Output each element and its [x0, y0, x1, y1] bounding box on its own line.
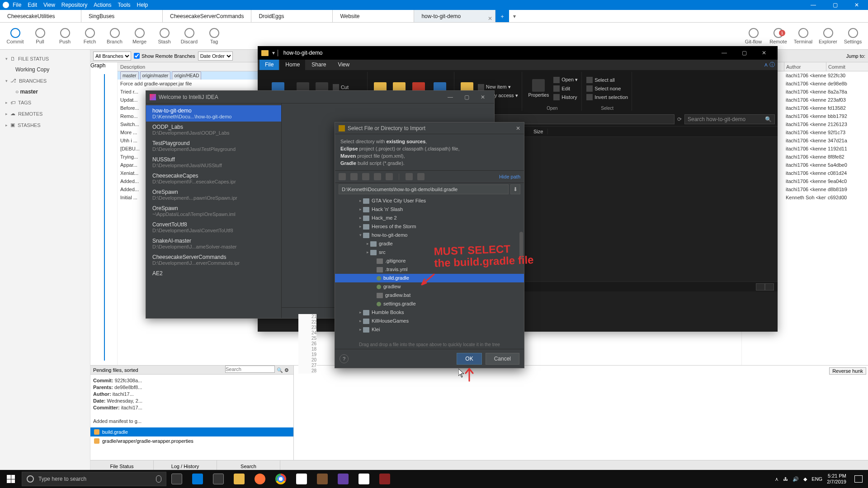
- menu-repository[interactable]: Repository: [61, 2, 87, 8]
- tree-node[interactable]: ▸Humble Books: [335, 308, 524, 317]
- file-item[interactable]: build.gradle: [90, 427, 293, 436]
- cut-button[interactable]: Cut: [333, 84, 363, 91]
- project-icon[interactable]: [362, 173, 369, 180]
- tree-node[interactable]: .gitignore: [335, 257, 524, 265]
- sidebar-filestatus[interactable]: ▾🗋 FILE STATUS: [0, 53, 90, 64]
- menu-help[interactable]: Help: [137, 2, 148, 8]
- tab-file[interactable]: File: [259, 60, 279, 70]
- tab-how-to-git-demo[interactable]: how-to-git-demo✕: [414, 10, 495, 22]
- explorer-button[interactable]: Explorer: [816, 28, 840, 44]
- history-button[interactable]: History: [553, 94, 578, 101]
- help-button[interactable]: ?: [340, 354, 349, 363]
- newitem-button[interactable]: New item ▾: [478, 84, 518, 91]
- stash-button[interactable]: Stash: [152, 28, 177, 44]
- lang-indicator[interactable]: ENG: [811, 476, 822, 482]
- close-button[interactable]: ✕: [516, 125, 520, 131]
- icons-view[interactable]: [765, 283, 774, 291]
- discard-button[interactable]: Discard: [177, 28, 202, 44]
- desktop-icon[interactable]: [350, 173, 358, 180]
- menu-edit[interactable]: Edit: [28, 2, 37, 8]
- maps-icon[interactable]: [354, 470, 374, 488]
- tree-node[interactable]: ▸KillHouseGames: [335, 317, 524, 325]
- order-filter[interactable]: Date Order: [198, 52, 233, 61]
- chrome-icon[interactable]: [270, 470, 291, 488]
- clock[interactable]: 5:21 PM 2/7/2019: [827, 473, 846, 485]
- recent-project[interactable]: ConvertToUtf8D:\Development\Java\Convert…: [146, 219, 281, 235]
- col-size[interactable]: Size: [529, 129, 548, 134]
- minimize-button[interactable]: —: [443, 94, 458, 100]
- app-icon[interactable]: [374, 470, 395, 488]
- intellij-titlebar[interactable]: Welcome to IntelliJ IDEA —▢✕: [146, 91, 494, 103]
- notion-icon[interactable]: [291, 470, 312, 488]
- file-item[interactable]: gradle/wrapper/gradle-wrapper.properties: [90, 436, 293, 446]
- newfolder-icon[interactable]: [374, 173, 381, 180]
- terminal-button[interactable]: Terminal: [791, 28, 816, 44]
- tab-home[interactable]: Home: [280, 60, 305, 70]
- changed-files[interactable]: build.gradlegradle/wrapper/gradle-wrappe…: [90, 427, 293, 460]
- home-icon[interactable]: [339, 173, 346, 180]
- close-icon[interactable]: ✕: [488, 12, 492, 25]
- recent-projects[interactable]: how-to-git-demoD:\Kenneth\Docu...\how-to…: [146, 103, 282, 318]
- edit-button[interactable]: Edit: [553, 85, 578, 92]
- tree-node[interactable]: ▸gradle: [335, 239, 524, 248]
- tab-CheesecakeServerCommands[interactable]: CheesecakeServerCommands: [163, 10, 251, 22]
- menu-view[interactable]: View: [43, 2, 55, 8]
- tree-node[interactable]: .travis.yml: [335, 265, 524, 274]
- ok-button[interactable]: OK: [457, 353, 481, 365]
- tree-node[interactable]: ▸Heroes of the Storm: [335, 222, 524, 231]
- branch-button[interactable]: Branch: [102, 28, 127, 44]
- volume-icon[interactable]: 🔊: [793, 476, 799, 482]
- new-tab-button[interactable]: ＋: [495, 10, 509, 22]
- close-button[interactable]: ✕: [848, 2, 865, 8]
- minimize-button[interactable]: —: [714, 46, 734, 60]
- hide-path-link[interactable]: Hide path: [499, 174, 520, 179]
- tag-button[interactable]: Tag: [202, 28, 226, 44]
- maximize-button[interactable]: ▢: [734, 46, 754, 60]
- notification-center[interactable]: [849, 470, 868, 488]
- delete-icon[interactable]: [386, 173, 393, 180]
- sidebar-tags[interactable]: ▸🏷 TAGS: [0, 97, 90, 108]
- store-icon[interactable]: [208, 470, 229, 488]
- recent-project[interactable]: NUSStuffD:\Development\Java\NUSStuff: [146, 154, 281, 170]
- tree-node[interactable]: ▸Hack 'n' Slash: [335, 205, 524, 214]
- recent-project[interactable]: CheesecakeServerCommandsD:\Development\J…: [146, 252, 281, 268]
- reverse-hunk-button[interactable]: Reverse hunk: [829, 367, 866, 375]
- details-view[interactable]: [756, 283, 765, 291]
- remote-button[interactable]: Remote: [766, 28, 791, 44]
- twitch-icon[interactable]: [333, 470, 354, 488]
- tree-node[interactable]: ▾how-to-git-demo: [335, 231, 524, 239]
- system-tray[interactable]: ⋏ 🖧 🔊 ◆ ENG 5:21 PM 2/7/2019: [775, 473, 849, 485]
- tab-menu[interactable]: ▾: [509, 10, 520, 22]
- explorer-icon[interactable]: [229, 470, 250, 488]
- tree-node[interactable]: build.gradle: [335, 274, 524, 282]
- branch-filter[interactable]: All Branches: [93, 52, 131, 61]
- recent-project[interactable]: how-to-git-demoD:\Kenneth\Docu...\how-to…: [146, 105, 281, 122]
- minimize-button[interactable]: —: [805, 2, 822, 8]
- commit-button[interactable]: Commit: [3, 28, 28, 44]
- showhidden-icon[interactable]: [417, 173, 425, 180]
- network-icon[interactable]: 🖧: [783, 476, 788, 482]
- maximize-button[interactable]: ▢: [826, 2, 844, 8]
- dropbox-icon[interactable]: ◆: [803, 476, 807, 482]
- properties-button[interactable]: Properties: [527, 79, 551, 98]
- invert-button[interactable]: Invert selection: [586, 94, 628, 101]
- menu-file[interactable]: File: [13, 2, 21, 8]
- tree-node[interactable]: gradlew.bat: [335, 291, 524, 300]
- tree-node[interactable]: ▸Hack_me 2: [335, 214, 524, 222]
- selectall-button[interactable]: Select all: [586, 76, 628, 84]
- sidebar-stashes[interactable]: ▸▣ STASHES: [0, 119, 90, 131]
- push-button[interactable]: Push: [52, 28, 77, 44]
- mic-icon[interactable]: [156, 475, 161, 483]
- sidebar-remotes[interactable]: ▸☁ REMOTES: [0, 108, 90, 119]
- pull-button[interactable]: Pull: [28, 28, 52, 44]
- fetch-button[interactable]: Fetch: [77, 28, 102, 44]
- dialog-titlebar[interactable]: Select File or Directory to Import ✕: [335, 122, 524, 134]
- recent-project[interactable]: TestPlaygroundD:\Development\Java\TestPl…: [146, 138, 281, 154]
- edge-icon[interactable]: [187, 470, 208, 488]
- recent-project[interactable]: SnakeAI-masterD:\Development\J...ameSolv…: [146, 235, 281, 252]
- tree-node[interactable]: ▸GTA Vice City User Files: [335, 197, 524, 205]
- search-field[interactable]: [225, 366, 275, 373]
- tray-chevron[interactable]: ⋏: [775, 476, 778, 482]
- taskview-button[interactable]: [166, 470, 187, 488]
- sidebar-working-copy[interactable]: Working Copy: [0, 64, 90, 75]
